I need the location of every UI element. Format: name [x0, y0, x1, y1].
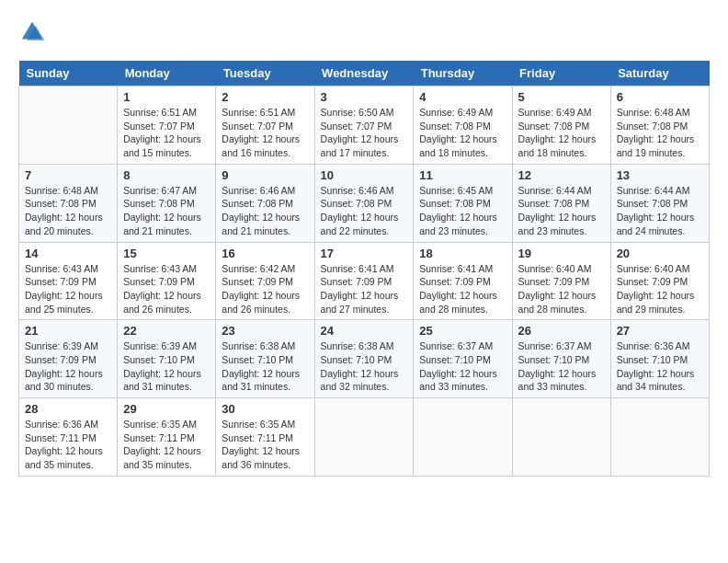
day-info: Sunrise: 6:49 AMSunset: 7:08 PMDaylight:…: [419, 106, 506, 160]
header-thursday: Thursday: [414, 61, 512, 86]
day-info: Sunrise: 6:43 AMSunset: 7:09 PMDaylight:…: [25, 262, 111, 316]
day-info: Sunrise: 6:40 AMSunset: 7:09 PMDaylight:…: [617, 262, 703, 316]
day-cell: 1Sunrise: 6:51 AMSunset: 7:07 PMDaylight…: [118, 86, 216, 165]
sunrise: Sunrise: 6:35 AM: [123, 419, 197, 430]
day-cell: [512, 398, 610, 477]
sunset: Sunset: 7:09 PM: [123, 276, 195, 287]
day-info: Sunrise: 6:45 AMSunset: 7:08 PMDaylight:…: [419, 184, 506, 238]
day-number: 23: [222, 324, 308, 338]
sunrise: Sunrise: 6:37 AM: [419, 340, 493, 351]
sunrise: Sunrise: 6:36 AM: [617, 340, 690, 351]
sunset: Sunset: 7:09 PM: [25, 354, 97, 365]
day-number: 15: [123, 247, 210, 260]
daylight: Daylight: 12 hours and 25 minutes.: [25, 290, 103, 315]
day-cell: 6Sunrise: 6:48 AMSunset: 7:08 PMDaylight…: [610, 86, 709, 165]
daylight: Daylight: 12 hours and 18 minutes.: [419, 133, 497, 158]
day-cell: 22Sunrise: 6:39 AMSunset: 7:10 PMDayligh…: [118, 320, 216, 398]
sunrise: Sunrise: 6:46 AM: [321, 185, 394, 196]
day-number: 22: [123, 324, 210, 338]
day-number: 1: [123, 90, 210, 104]
day-info: Sunrise: 6:39 AMSunset: 7:10 PMDaylight:…: [123, 339, 210, 394]
day-cell: 4Sunrise: 6:49 AMSunset: 7:08 PMDaylight…: [414, 86, 512, 165]
daylight: Daylight: 12 hours and 30 minutes.: [25, 368, 103, 393]
daylight: Daylight: 12 hours and 31 minutes.: [222, 368, 300, 393]
day-number: 12: [518, 168, 605, 182]
sunrise: Sunrise: 6:40 AM: [518, 263, 592, 274]
sunset: Sunset: 7:08 PM: [419, 198, 491, 209]
sunrise: Sunrise: 6:40 AM: [617, 263, 690, 274]
day-number: 6: [617, 90, 703, 104]
day-cell: 19Sunrise: 6:40 AMSunset: 7:09 PMDayligh…: [512, 242, 610, 320]
day-info: Sunrise: 6:51 AMSunset: 7:07 PMDaylight:…: [123, 106, 210, 160]
day-info: Sunrise: 6:37 AMSunset: 7:10 PMDaylight:…: [419, 339, 506, 394]
sunrise: Sunrise: 6:46 AM: [222, 185, 295, 196]
day-info: Sunrise: 6:36 AMSunset: 7:10 PMDaylight:…: [617, 339, 703, 394]
sunrise: Sunrise: 6:41 AM: [419, 263, 493, 274]
sunset: Sunset: 7:08 PM: [419, 121, 491, 132]
week-row-3: 14Sunrise: 6:43 AMSunset: 7:09 PMDayligh…: [19, 242, 710, 320]
daylight: Daylight: 12 hours and 16 minutes.: [222, 133, 300, 158]
daylight: Daylight: 12 hours and 35 minutes.: [25, 445, 103, 470]
day-number: 18: [419, 247, 506, 260]
sunrise: Sunrise: 6:43 AM: [123, 263, 197, 274]
day-cell: [19, 86, 118, 165]
sunrise: Sunrise: 6:37 AM: [518, 340, 592, 351]
day-number: 11: [419, 168, 506, 182]
day-cell: [610, 398, 709, 477]
sunset: Sunset: 7:08 PM: [617, 198, 688, 209]
daylight: Daylight: 12 hours and 33 minutes.: [518, 368, 597, 393]
sunrise: Sunrise: 6:48 AM: [25, 185, 98, 196]
day-cell: 3Sunrise: 6:50 AMSunset: 7:07 PMDaylight…: [314, 86, 414, 165]
daylight: Daylight: 12 hours and 22 minutes.: [321, 212, 399, 236]
sunset: Sunset: 7:08 PM: [25, 198, 97, 209]
day-number: 28: [25, 402, 111, 416]
day-number: 20: [617, 247, 703, 260]
page-header: [18, 18, 710, 46]
sunset: Sunset: 7:09 PM: [321, 276, 392, 287]
day-info: Sunrise: 6:46 AMSunset: 7:08 PMDaylight:…: [321, 184, 408, 238]
day-cell: 17Sunrise: 6:41 AMSunset: 7:09 PMDayligh…: [314, 242, 414, 320]
sunset: Sunset: 7:08 PM: [123, 198, 195, 209]
day-cell: 5Sunrise: 6:49 AMSunset: 7:08 PMDaylight…: [512, 86, 610, 165]
daylight: Daylight: 12 hours and 26 minutes.: [123, 290, 201, 315]
logo: [18, 18, 50, 46]
sunset: Sunset: 7:09 PM: [518, 276, 590, 287]
day-number: 10: [321, 168, 408, 182]
day-number: 26: [518, 324, 605, 338]
sunrise: Sunrise: 6:39 AM: [123, 340, 197, 351]
daylight: Daylight: 12 hours and 31 minutes.: [123, 368, 201, 393]
sunset: Sunset: 7:09 PM: [222, 276, 293, 287]
header-tuesday: Tuesday: [216, 61, 314, 86]
daylight: Daylight: 12 hours and 18 minutes.: [518, 133, 597, 158]
day-cell: 20Sunrise: 6:40 AMSunset: 7:09 PMDayligh…: [610, 242, 709, 320]
sunset: Sunset: 7:08 PM: [222, 198, 293, 209]
sunset: Sunset: 7:10 PM: [518, 354, 590, 365]
logo-icon: [18, 18, 46, 46]
sunset: Sunset: 7:09 PM: [419, 276, 491, 287]
day-number: 29: [123, 402, 210, 416]
sunset: Sunset: 7:10 PM: [123, 354, 195, 365]
sunrise: Sunrise: 6:51 AM: [222, 107, 295, 118]
daylight: Daylight: 12 hours and 32 minutes.: [321, 368, 399, 393]
sunset: Sunset: 7:10 PM: [222, 354, 293, 365]
day-info: Sunrise: 6:35 AMSunset: 7:11 PMDaylight:…: [222, 418, 308, 472]
daylight: Daylight: 12 hours and 15 minutes.: [123, 133, 201, 158]
daylight: Daylight: 12 hours and 20 minutes.: [25, 212, 103, 236]
day-info: Sunrise: 6:49 AMSunset: 7:08 PMDaylight:…: [518, 106, 605, 160]
day-info: Sunrise: 6:35 AMSunset: 7:11 PMDaylight:…: [123, 418, 210, 472]
day-cell: 25Sunrise: 6:37 AMSunset: 7:10 PMDayligh…: [414, 320, 512, 398]
day-cell: 13Sunrise: 6:44 AMSunset: 7:08 PMDayligh…: [610, 164, 709, 242]
day-info: Sunrise: 6:51 AMSunset: 7:07 PMDaylight:…: [222, 106, 308, 160]
sunrise: Sunrise: 6:43 AM: [25, 263, 98, 274]
day-cell: 26Sunrise: 6:37 AMSunset: 7:10 PMDayligh…: [512, 320, 610, 398]
day-number: 14: [25, 247, 111, 260]
day-info: Sunrise: 6:41 AMSunset: 7:09 PMDaylight:…: [321, 262, 408, 316]
day-number: 5: [518, 90, 605, 104]
day-cell: 7Sunrise: 6:48 AMSunset: 7:08 PMDaylight…: [19, 164, 118, 242]
day-cell: [314, 398, 414, 477]
day-cell: 24Sunrise: 6:38 AMSunset: 7:10 PMDayligh…: [314, 320, 414, 398]
daylight: Daylight: 12 hours and 17 minutes.: [321, 133, 399, 158]
daylight: Daylight: 12 hours and 21 minutes.: [123, 212, 201, 236]
sunset: Sunset: 7:11 PM: [123, 432, 195, 443]
day-number: 19: [518, 247, 605, 260]
